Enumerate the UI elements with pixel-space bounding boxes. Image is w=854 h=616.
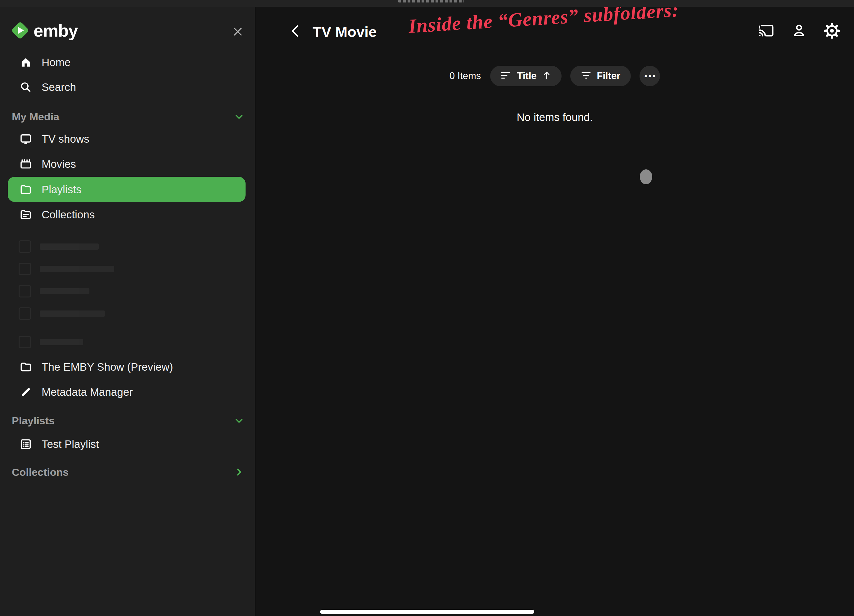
chevron-down-icon	[233, 110, 245, 123]
playlist-icon	[18, 437, 33, 451]
sort-button[interactable]: Title	[490, 66, 561, 86]
chevron-down-icon	[233, 414, 245, 427]
sidebar-item-label: Playlists	[41, 183, 81, 196]
close-icon	[232, 26, 244, 39]
sidebar-item-label: Search	[41, 81, 76, 93]
section-header-my-media[interactable]: My Media	[12, 109, 257, 124]
section-header-collections[interactable]: Collections	[12, 465, 257, 479]
sidebar-item-metadata-manager[interactable]: Metadata Manager	[18, 382, 133, 402]
section-header-playlists[interactable]: Playlists	[12, 413, 257, 428]
emby-app-window: emby Home Search	[0, 0, 854, 616]
emby-logo-text: emby	[34, 20, 78, 41]
sort-lines-icon	[501, 71, 511, 81]
sidebar-item-label: Movies	[41, 158, 76, 170]
touch-cursor-dot	[640, 169, 652, 184]
cast-icon	[758, 22, 775, 41]
search-icon	[18, 80, 33, 94]
ghost-item	[18, 261, 114, 277]
ghost-item	[18, 306, 105, 321]
close-sidebar-button[interactable]	[230, 25, 245, 40]
clapperboard-icon	[18, 157, 33, 171]
main-content: TV Movie Inside the “Genres” subfolders:	[256, 0, 854, 616]
sidebar-item-label: Metadata Manager	[41, 386, 133, 398]
section-header-label: Collections	[12, 466, 69, 478]
page-title: TV Movie	[313, 22, 377, 41]
collection-folder-icon	[18, 207, 33, 222]
pencil-icon	[18, 385, 33, 399]
sidebar-item-home[interactable]: Home	[18, 53, 70, 72]
sidebar-item-label: TV shows	[41, 133, 89, 145]
sidebar-item-test-playlist[interactable]: Test Playlist	[18, 435, 99, 454]
sidebar-item-search[interactable]: Search	[18, 78, 76, 97]
gear-icon	[823, 22, 841, 41]
cast-button[interactable]	[756, 22, 776, 41]
empty-state-message: No items found.	[256, 111, 854, 123]
sidebar-item-label: The EMBY Show (Preview)	[41, 361, 173, 373]
ghost-item	[18, 239, 99, 254]
emby-logo[interactable]: emby	[12, 19, 78, 41]
sidebar-item-tv-shows[interactable]: TV shows	[18, 129, 89, 149]
filter-icon	[581, 71, 592, 81]
folder-icon	[18, 360, 33, 374]
sidebar-item-label: Collections	[41, 208, 95, 221]
user-button[interactable]	[790, 22, 809, 41]
sort-button-label: Title	[517, 70, 537, 82]
library-toolbar: 0 Items Title	[256, 64, 854, 88]
user-icon	[791, 22, 807, 40]
ghost-item	[18, 283, 89, 299]
sidebar-drawer: emby Home Search	[0, 0, 256, 616]
home-indicator[interactable]	[320, 610, 534, 614]
sidebar-item-movies[interactable]: Movies	[18, 154, 76, 174]
settings-button[interactable]	[822, 22, 842, 41]
sidebar-item-label: Test Playlist	[41, 438, 99, 450]
arrow-up-icon	[542, 70, 551, 82]
sidebar-item-emby-show[interactable]: The EMBY Show (Preview)	[18, 357, 173, 377]
chevron-left-icon	[288, 23, 304, 40]
emby-logo-icon	[12, 22, 29, 39]
tv-icon	[18, 132, 33, 146]
sidebar-item-label: Home	[41, 56, 70, 68]
folder-icon	[18, 183, 33, 197]
chevron-right-icon	[233, 466, 245, 478]
sidebar-item-playlists[interactable]: Playlists	[18, 180, 81, 199]
back-button[interactable]	[287, 22, 305, 41]
more-options-button[interactable]: •••	[639, 66, 660, 86]
items-count: 0 Items	[450, 70, 481, 82]
ellipsis-icon: •••	[643, 72, 657, 80]
ghost-item	[18, 335, 83, 350]
section-header-label: Playlists	[12, 415, 55, 427]
header-actions	[756, 22, 842, 41]
sidebar-item-collections[interactable]: Collections	[18, 205, 95, 224]
clipped-watermark-text	[398, 0, 464, 3]
filter-button[interactable]: Filter	[570, 66, 631, 86]
home-icon	[18, 55, 33, 70]
filter-button-label: Filter	[597, 70, 621, 82]
status-strip	[0, 0, 854, 7]
section-header-label: My Media	[12, 111, 59, 123]
